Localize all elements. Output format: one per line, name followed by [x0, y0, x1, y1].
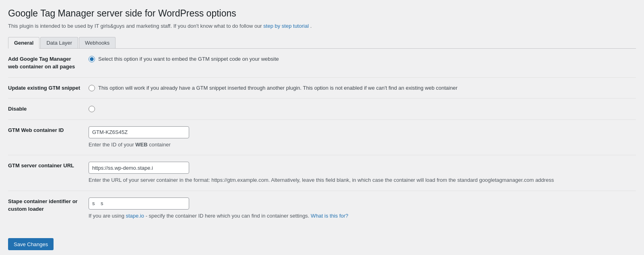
row-stape-container-identifier: Stape container identifier or custom loa…: [8, 191, 636, 226]
tab-webhooks[interactable]: Webhooks: [79, 37, 116, 48]
label-disable: Disable: [8, 99, 89, 120]
radio-update-input[interactable]: [89, 85, 95, 91]
tabs-container: General Data Layer Webhooks: [8, 37, 636, 49]
stape-io-link[interactable]: stape.io: [126, 213, 144, 219]
submit-section: Save Changes: [8, 234, 636, 254]
row-update-existing-gtm: Update existing GTM snippet This option …: [8, 77, 636, 99]
save-changes-button[interactable]: Save Changes: [8, 238, 54, 250]
radio-update-label: This option will work if you already hav…: [98, 84, 458, 92]
radio-embed-input[interactable]: [89, 56, 95, 62]
tab-data-layer[interactable]: Data Layer: [40, 37, 78, 48]
radio-update-gtm: This option will work if you already hav…: [89, 84, 632, 92]
what-is-this-link[interactable]: What is this for?: [311, 213, 348, 219]
page-description: This plugin is intended to be used by IT…: [8, 22, 636, 31]
row-gtm-server-container-url: GTM server container URL Enter the URL o…: [8, 155, 636, 191]
label-gtm-server-container-url: GTM server container URL: [8, 155, 89, 191]
label-gtm-web-container-id: GTM Web container ID: [8, 119, 89, 155]
row-disable: Disable: [8, 99, 636, 120]
settings-form: Add Google Tag Manager web container on …: [8, 49, 636, 226]
row-add-gtm-web-container: Add Google Tag Manager web container on …: [8, 49, 636, 78]
radio-add-gtm-web-container: Select this option if you want to embed …: [89, 55, 632, 63]
stape-container-identifier-input[interactable]: [89, 197, 189, 210]
tutorial-link[interactable]: step by step tutorial: [263, 23, 309, 29]
page-title: Google Tag Manager server side for WordP…: [8, 8, 636, 19]
radio-disable: [89, 105, 632, 112]
gtm-web-container-id-description: Enter the ID of your WEB container: [89, 141, 632, 149]
label-update-existing-gtm: Update existing GTM snippet: [8, 77, 89, 99]
gtm-web-container-id-input[interactable]: [89, 126, 189, 138]
label-stape-container-identifier: Stape container identifier or custom loa…: [8, 191, 89, 226]
gtm-server-container-url-description: Enter the URL of your server container i…: [89, 176, 632, 184]
row-gtm-web-container-id: GTM Web container ID Enter the ID of you…: [8, 119, 636, 155]
label-add-gtm-web-container: Add Google Tag Manager web container on …: [8, 49, 89, 78]
tab-general[interactable]: General: [8, 37, 39, 49]
radio-disable-input[interactable]: [89, 106, 95, 112]
gtm-server-container-url-input[interactable]: [89, 162, 189, 174]
stape-container-identifier-description: If you are using stape.io - specify the …: [89, 212, 632, 220]
radio-embed-label: Select this option if you want to embed …: [98, 55, 279, 63]
